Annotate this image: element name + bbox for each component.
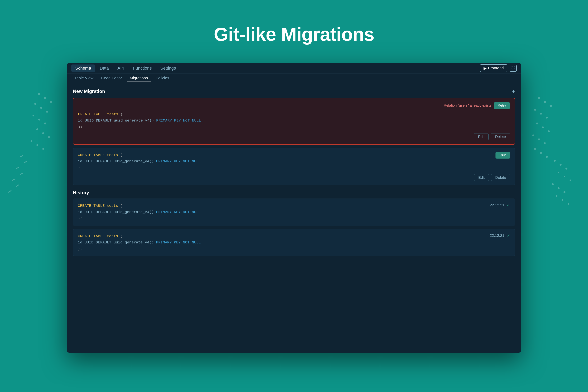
svg-point-40 <box>558 172 560 173</box>
h1-code-line-1: CREATE TABLE tests ( <box>78 203 201 209</box>
normal-card-edit-button[interactable]: Edit <box>474 174 489 181</box>
nav-tab-settings[interactable]: Settings <box>156 64 180 72</box>
svg-point-36 <box>546 156 548 158</box>
svg-rect-21 <box>8 190 12 193</box>
history-2-date: 22.12.21 <box>490 234 504 238</box>
h2-code-line-2: id UUID DEFAULT uuid_generate_v4() PRIMA… <box>78 239 201 246</box>
svg-point-31 <box>532 134 534 136</box>
add-migration-button[interactable]: + <box>512 88 515 94</box>
frontend-label: Frontend <box>488 66 504 70</box>
error-card-code: CREATE TABLE tests ( id UUID DEFAULT uui… <box>78 111 510 130</box>
main-window: Schema Data API Functions Settings ▶ Fro… <box>67 63 521 353</box>
svg-point-39 <box>566 168 568 170</box>
retry-button[interactable]: Retry <box>494 102 510 109</box>
svg-point-35 <box>540 152 542 154</box>
content-area: New Migration + Relation "users" already… <box>67 83 521 353</box>
svg-point-48 <box>568 203 569 204</box>
nav-tab-schema[interactable]: Schema <box>71 64 95 72</box>
sub-tab-policies[interactable]: Policies <box>152 75 172 82</box>
svg-point-26 <box>540 113 542 115</box>
h1-code-line-3: ); <box>78 215 201 222</box>
code-line-1: CREATE TABLE tests ( <box>78 111 510 118</box>
svg-point-6 <box>32 115 34 116</box>
svg-point-23 <box>544 101 546 103</box>
frontend-button[interactable]: ▶ Frontend <box>480 64 507 72</box>
history-1-date: 22.12.21 <box>490 203 504 207</box>
svg-point-46 <box>556 195 558 197</box>
svg-point-47 <box>562 199 563 201</box>
code-line-2: id UUID DEFAULT uuid_generate_v4() PRIMA… <box>78 118 510 124</box>
normal-card-actions: Edit Delete <box>78 174 510 181</box>
new-migration-header: New Migration + <box>73 88 515 94</box>
history-entry-1: CREATE TABLE tests ( id UUID DEFAULT uui… <box>73 198 515 226</box>
svg-point-2 <box>50 101 52 103</box>
top-nav-actions: ▶ Frontend ⛶ <box>480 64 517 72</box>
svg-point-29 <box>542 126 544 128</box>
top-nav: Schema Data API Functions Settings ▶ Fro… <box>67 63 521 74</box>
history-section: History CREATE TABLE tests ( id UUID DEF… <box>73 190 515 256</box>
h2-code-line-1: CREATE TABLE tests ( <box>78 233 201 239</box>
error-row: Relation "users" already exists Retry <box>78 102 510 109</box>
svg-rect-20 <box>16 184 20 187</box>
svg-rect-15 <box>20 155 23 158</box>
svg-rect-16 <box>24 161 27 163</box>
new-migration-title: New Migration <box>73 88 105 94</box>
svg-point-4 <box>40 107 42 109</box>
svg-point-0 <box>38 93 40 95</box>
error-card-delete-button[interactable]: Delete <box>491 133 510 140</box>
svg-point-28 <box>536 122 538 124</box>
history-entry-2: CREATE TABLE tests ( id UUID DEFAULT uui… <box>73 229 515 256</box>
svg-point-22 <box>538 97 540 99</box>
history-title: History <box>73 190 515 196</box>
nav-tab-functions[interactable]: Functions <box>129 64 156 72</box>
error-message: Relation "users" already exists <box>444 104 491 108</box>
svg-rect-19 <box>12 178 16 181</box>
code-line-2: id UUID DEFAULT uuid_generate_v4() PRIMA… <box>78 158 510 164</box>
code-line-3: ); <box>78 124 510 130</box>
normal-card-delete-button[interactable]: Delete <box>491 174 510 181</box>
svg-point-37 <box>554 160 556 162</box>
svg-point-5 <box>46 111 48 113</box>
page-title: Git-like Migrations <box>0 24 588 45</box>
play-icon: ▶ <box>484 66 486 70</box>
h1-code-line-2: id UUID DEFAULT uuid_generate_v4() PRIMA… <box>78 209 201 215</box>
svg-point-9 <box>36 128 38 130</box>
run-button[interactable]: Run <box>496 152 510 158</box>
svg-point-1 <box>44 97 46 99</box>
nav-tab-api[interactable]: API <box>114 64 128 72</box>
svg-point-10 <box>42 132 44 134</box>
svg-point-24 <box>550 105 552 107</box>
svg-rect-17 <box>16 166 20 169</box>
svg-point-13 <box>36 144 38 146</box>
svg-point-3 <box>34 103 36 105</box>
normal-card-code: CREATE TABLE tests ( id UUID DEFAULT uui… <box>78 152 510 171</box>
svg-point-33 <box>544 142 546 144</box>
history-2-code: CREATE TABLE tests ( id UUID DEFAULT uui… <box>78 233 201 252</box>
h2-code-line-3: ); <box>78 246 201 252</box>
svg-point-32 <box>538 138 540 140</box>
top-nav-tabs: Schema Data API Functions Settings <box>71 64 480 72</box>
expand-button[interactable]: ⛶ <box>510 65 517 72</box>
svg-point-44 <box>558 187 560 189</box>
sub-tab-tableview[interactable]: Table View <box>71 75 96 82</box>
svg-point-27 <box>546 116 548 118</box>
run-btn-container: Run <box>496 152 510 158</box>
svg-point-42 <box>570 180 571 181</box>
history-1-meta: 22.12.21 ✓ <box>490 203 510 208</box>
svg-point-14 <box>42 148 44 150</box>
sub-tab-codeeditor[interactable]: Code Editor <box>98 75 125 82</box>
error-card-edit-button[interactable]: Edit <box>474 133 489 140</box>
nav-tab-data[interactable]: Data <box>96 64 113 72</box>
svg-point-7 <box>38 118 40 120</box>
sub-nav: Table View Code Editor Migrations Polici… <box>67 74 521 83</box>
migration-card-normal: Run CREATE TABLE tests ( id UUID DEFAULT… <box>73 148 515 185</box>
history-1-code: CREATE TABLE tests ( id UUID DEFAULT uui… <box>78 203 201 222</box>
svg-point-38 <box>560 164 562 166</box>
svg-point-41 <box>564 176 565 177</box>
history-1-check-icon: ✓ <box>507 203 510 208</box>
svg-point-12 <box>30 140 32 142</box>
sub-tab-migrations[interactable]: Migrations <box>126 75 151 82</box>
svg-point-43 <box>552 183 554 185</box>
code-line-1: CREATE TABLE tests ( <box>78 152 510 158</box>
migration-card-error: Relation "users" already exists Retry CR… <box>73 98 515 145</box>
